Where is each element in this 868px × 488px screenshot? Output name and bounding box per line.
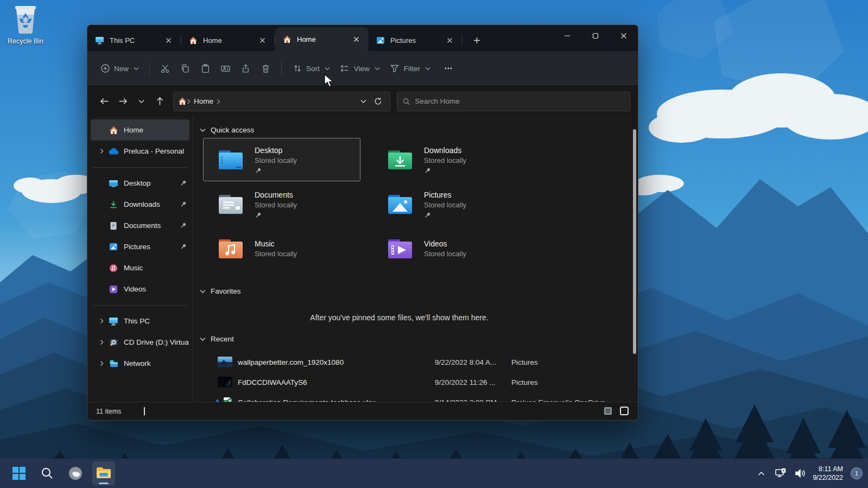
recent-file-row[interactable]: Collaboration Requirements-techbase.xlsx… (193, 395, 638, 402)
tab-this-pc[interactable]: This PC (87, 29, 181, 51)
cut-button[interactable] (155, 59, 175, 78)
sidebar-item-label: CD Drive (D:) Virtua (124, 338, 189, 346)
chevron-right-icon[interactable] (96, 318, 107, 324)
sidebar-item-downloads[interactable]: Downloads (91, 194, 189, 215)
close-button[interactable] (610, 25, 638, 47)
network-tray-icon[interactable] (774, 465, 788, 481)
clock-date: 9/22/2022 (813, 473, 843, 483)
widgets-button[interactable] (64, 461, 87, 485)
tab-close-icon[interactable] (349, 32, 363, 46)
recent-file-location: Pictures (511, 378, 538, 386)
tile-documents[interactable]: Documents Stored locally (203, 182, 360, 226)
paste-button[interactable] (195, 59, 216, 78)
maximize-button[interactable] (581, 25, 610, 47)
tab-close-icon[interactable] (442, 33, 457, 47)
tile-music[interactable]: Music Stored locally (203, 227, 360, 270)
toolbar-divider (281, 61, 282, 75)
pin-icon (424, 211, 466, 218)
chevron-down-icon[interactable] (200, 128, 206, 132)
cd-drive-icon (107, 338, 119, 347)
minimize-button[interactable] (553, 25, 581, 47)
pin-icon (255, 211, 297, 218)
breadcrumb-chevron-icon[interactable] (217, 99, 220, 104)
chevron-right-icon[interactable] (96, 148, 107, 154)
toolbar-divider (149, 61, 150, 75)
sidebar-item-music[interactable]: Music (91, 257, 189, 278)
start-button[interactable] (8, 461, 30, 485)
tab-label: Home (297, 35, 349, 43)
tab-close-icon[interactable] (161, 33, 175, 47)
tab-home-2-active[interactable]: Home (275, 27, 369, 51)
chevron-down-icon[interactable] (200, 289, 206, 294)
refresh-icon[interactable] (370, 94, 385, 109)
sidebar-item-home[interactable]: Home (91, 119, 189, 141)
sort-button[interactable]: Sort (287, 59, 335, 78)
search-button[interactable] (36, 461, 59, 485)
file-explorer-button[interactable] (92, 461, 115, 485)
plus-icon (473, 37, 480, 44)
notification-count-badge[interactable]: 1 (851, 467, 863, 479)
share-button[interactable] (236, 59, 256, 78)
rename-button[interactable] (216, 59, 236, 78)
favorites-empty-text: After you've pinned some files, we'll sh… (193, 313, 605, 322)
sidebar-item-videos[interactable]: Videos (91, 278, 189, 300)
sidebar-item-label: Downloads (124, 200, 176, 208)
chevron-right-icon[interactable] (96, 360, 107, 366)
ellipsis-icon (443, 64, 454, 74)
sidebar-item-this-pc[interactable]: This PC (91, 310, 189, 332)
more-options-button[interactable] (439, 59, 459, 78)
address-bar[interactable]: Home (173, 92, 390, 111)
delete-icon (261, 64, 271, 74)
tile-desktop[interactable]: Desktop Stored locally (203, 138, 360, 181)
recent-locations-button[interactable] (132, 93, 150, 110)
breadcrumb-home[interactable]: Home (194, 97, 213, 105)
tile-pictures[interactable]: Pictures Stored locally (372, 182, 530, 226)
sidebar-item-desktop[interactable]: Desktop (91, 173, 189, 194)
sidebar-item-cd-drive[interactable]: CD Drive (D:) Virtua (91, 332, 189, 353)
vertical-scrollbar[interactable] (633, 129, 636, 354)
tile-videos[interactable]: Videos Stored locally (372, 227, 530, 270)
recent-file-row[interactable]: wallpaperbetter.com_1920x1080 9/22/2022 … (193, 355, 638, 371)
search-box[interactable] (397, 92, 630, 111)
documents-folder-icon (218, 193, 244, 215)
delete-button[interactable] (256, 59, 276, 78)
search-input[interactable] (415, 97, 624, 105)
chevron-right-icon[interactable] (96, 339, 107, 345)
favorites-header[interactable]: Favorites (200, 287, 241, 295)
navigation-bar: Home (87, 86, 638, 116)
address-dropdown-icon[interactable] (356, 94, 370, 109)
taskbar-clock[interactable]: 8:11 AM 9/22/2022 (813, 465, 843, 483)
sidebar-item-pictures[interactable]: Pictures (91, 236, 189, 257)
sidebar-item-label: Music (124, 264, 189, 272)
recent-file-row[interactable]: FdDCCDIWAAATyS6 9/20/2022 11:26 ... Pict… (193, 375, 638, 391)
tab-separator (462, 35, 462, 46)
new-tab-button[interactable] (467, 31, 486, 49)
view-button[interactable]: View (335, 59, 385, 78)
sidebar-item-onedrive[interactable]: Preluca - Personal (91, 141, 189, 162)
pictures-icon (107, 243, 119, 251)
volume-tray-icon[interactable] (793, 465, 807, 481)
details-view-button[interactable] (602, 405, 614, 417)
forward-button[interactable] (113, 93, 132, 110)
quick-access-header[interactable]: Quick access (200, 126, 254, 134)
filter-button[interactable]: Filter (385, 59, 435, 78)
tab-close-icon[interactable] (255, 33, 269, 47)
recycle-bin-icon (12, 4, 39, 36)
quick-access-grid: Desktop Stored locally Downloads Stored … (203, 138, 531, 270)
tab-pictures[interactable]: Pictures (369, 29, 462, 51)
recent-header[interactable]: Recent (200, 335, 234, 343)
sidebar-item-documents[interactable]: Documents (91, 215, 189, 236)
tile-downloads[interactable]: Downloads Stored locally (372, 138, 530, 181)
tab-home-1[interactable]: Home (181, 29, 275, 51)
large-icons-view-button[interactable] (618, 405, 630, 417)
up-button[interactable] (150, 93, 169, 110)
items-count: 11 items (96, 408, 121, 415)
tile-subtitle: Stored locally (424, 156, 466, 164)
sidebar-item-network[interactable]: Network (91, 353, 189, 374)
recycle-bin-shortcut[interactable]: Recycle Bin (4, 4, 47, 45)
copy-button[interactable] (175, 59, 195, 78)
chevron-down-icon[interactable] (200, 337, 206, 341)
hidden-icons-chevron[interactable] (754, 465, 768, 481)
new-button[interactable]: New (95, 59, 144, 78)
back-button[interactable] (95, 93, 113, 110)
